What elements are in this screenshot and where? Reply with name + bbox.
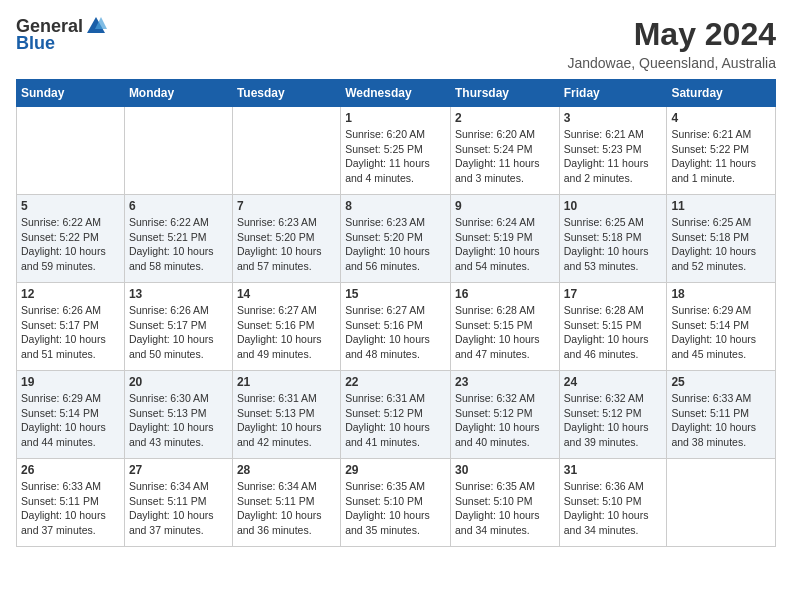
day-cell: 23Sunrise: 6:32 AM Sunset: 5:12 PM Dayli… (450, 371, 559, 459)
title-block: May 2024 Jandowae, Queensland, Australia (567, 16, 776, 71)
day-number: 26 (21, 463, 120, 477)
header-cell-thursday: Thursday (450, 80, 559, 107)
week-row-4: 19Sunrise: 6:29 AM Sunset: 5:14 PM Dayli… (17, 371, 776, 459)
day-cell: 9Sunrise: 6:24 AM Sunset: 5:19 PM Daylig… (450, 195, 559, 283)
day-cell: 31Sunrise: 6:36 AM Sunset: 5:10 PM Dayli… (559, 459, 667, 547)
day-cell: 3Sunrise: 6:21 AM Sunset: 5:23 PM Daylig… (559, 107, 667, 195)
day-cell: 26Sunrise: 6:33 AM Sunset: 5:11 PM Dayli… (17, 459, 125, 547)
day-info: Sunrise: 6:36 AM Sunset: 5:10 PM Dayligh… (564, 479, 663, 538)
day-number: 24 (564, 375, 663, 389)
day-info: Sunrise: 6:29 AM Sunset: 5:14 PM Dayligh… (671, 303, 771, 362)
logo-blue-text: Blue (16, 33, 55, 54)
page-header: General Blue May 2024 Jandowae, Queensla… (16, 16, 776, 71)
day-number: 29 (345, 463, 446, 477)
day-info: Sunrise: 6:21 AM Sunset: 5:23 PM Dayligh… (564, 127, 663, 186)
day-number: 17 (564, 287, 663, 301)
day-cell: 10Sunrise: 6:25 AM Sunset: 5:18 PM Dayli… (559, 195, 667, 283)
day-info: Sunrise: 6:29 AM Sunset: 5:14 PM Dayligh… (21, 391, 120, 450)
day-number: 28 (237, 463, 336, 477)
day-info: Sunrise: 6:25 AM Sunset: 5:18 PM Dayligh… (671, 215, 771, 274)
day-cell: 2Sunrise: 6:20 AM Sunset: 5:24 PM Daylig… (450, 107, 559, 195)
header-cell-saturday: Saturday (667, 80, 776, 107)
day-cell: 4Sunrise: 6:21 AM Sunset: 5:22 PM Daylig… (667, 107, 776, 195)
header-row: SundayMondayTuesdayWednesdayThursdayFrid… (17, 80, 776, 107)
day-number: 25 (671, 375, 771, 389)
day-number: 22 (345, 375, 446, 389)
day-number: 18 (671, 287, 771, 301)
calendar-header: SundayMondayTuesdayWednesdayThursdayFrid… (17, 80, 776, 107)
day-info: Sunrise: 6:27 AM Sunset: 5:16 PM Dayligh… (345, 303, 446, 362)
day-info: Sunrise: 6:28 AM Sunset: 5:15 PM Dayligh… (564, 303, 663, 362)
day-info: Sunrise: 6:33 AM Sunset: 5:11 PM Dayligh… (21, 479, 120, 538)
day-number: 9 (455, 199, 555, 213)
day-number: 15 (345, 287, 446, 301)
day-info: Sunrise: 6:30 AM Sunset: 5:13 PM Dayligh… (129, 391, 228, 450)
day-info: Sunrise: 6:32 AM Sunset: 5:12 PM Dayligh… (455, 391, 555, 450)
day-number: 4 (671, 111, 771, 125)
day-number: 10 (564, 199, 663, 213)
day-number: 12 (21, 287, 120, 301)
week-row-2: 5Sunrise: 6:22 AM Sunset: 5:22 PM Daylig… (17, 195, 776, 283)
day-number: 7 (237, 199, 336, 213)
day-cell: 25Sunrise: 6:33 AM Sunset: 5:11 PM Dayli… (667, 371, 776, 459)
day-info: Sunrise: 6:35 AM Sunset: 5:10 PM Dayligh… (345, 479, 446, 538)
day-cell (667, 459, 776, 547)
day-info: Sunrise: 6:26 AM Sunset: 5:17 PM Dayligh… (129, 303, 228, 362)
day-info: Sunrise: 6:26 AM Sunset: 5:17 PM Dayligh… (21, 303, 120, 362)
day-cell: 18Sunrise: 6:29 AM Sunset: 5:14 PM Dayli… (667, 283, 776, 371)
day-cell: 13Sunrise: 6:26 AM Sunset: 5:17 PM Dayli… (124, 283, 232, 371)
header-cell-tuesday: Tuesday (232, 80, 340, 107)
header-cell-monday: Monday (124, 80, 232, 107)
day-cell (124, 107, 232, 195)
day-info: Sunrise: 6:22 AM Sunset: 5:22 PM Dayligh… (21, 215, 120, 274)
day-cell (232, 107, 340, 195)
header-cell-wednesday: Wednesday (341, 80, 451, 107)
day-cell: 5Sunrise: 6:22 AM Sunset: 5:22 PM Daylig… (17, 195, 125, 283)
day-info: Sunrise: 6:22 AM Sunset: 5:21 PM Dayligh… (129, 215, 228, 274)
day-info: Sunrise: 6:27 AM Sunset: 5:16 PM Dayligh… (237, 303, 336, 362)
day-number: 20 (129, 375, 228, 389)
day-cell: 1Sunrise: 6:20 AM Sunset: 5:25 PM Daylig… (341, 107, 451, 195)
day-info: Sunrise: 6:35 AM Sunset: 5:10 PM Dayligh… (455, 479, 555, 538)
day-cell: 12Sunrise: 6:26 AM Sunset: 5:17 PM Dayli… (17, 283, 125, 371)
week-row-5: 26Sunrise: 6:33 AM Sunset: 5:11 PM Dayli… (17, 459, 776, 547)
day-cell: 16Sunrise: 6:28 AM Sunset: 5:15 PM Dayli… (450, 283, 559, 371)
header-cell-sunday: Sunday (17, 80, 125, 107)
week-row-3: 12Sunrise: 6:26 AM Sunset: 5:17 PM Dayli… (17, 283, 776, 371)
day-info: Sunrise: 6:34 AM Sunset: 5:11 PM Dayligh… (237, 479, 336, 538)
calendar-table: SundayMondayTuesdayWednesdayThursdayFrid… (16, 79, 776, 547)
day-number: 6 (129, 199, 228, 213)
day-number: 3 (564, 111, 663, 125)
day-number: 19 (21, 375, 120, 389)
day-cell: 14Sunrise: 6:27 AM Sunset: 5:16 PM Dayli… (232, 283, 340, 371)
day-number: 1 (345, 111, 446, 125)
day-cell: 8Sunrise: 6:23 AM Sunset: 5:20 PM Daylig… (341, 195, 451, 283)
location-subtitle: Jandowae, Queensland, Australia (567, 55, 776, 71)
day-info: Sunrise: 6:20 AM Sunset: 5:25 PM Dayligh… (345, 127, 446, 186)
day-number: 14 (237, 287, 336, 301)
day-number: 27 (129, 463, 228, 477)
day-number: 2 (455, 111, 555, 125)
day-number: 5 (21, 199, 120, 213)
day-cell (17, 107, 125, 195)
day-info: Sunrise: 6:23 AM Sunset: 5:20 PM Dayligh… (345, 215, 446, 274)
day-number: 13 (129, 287, 228, 301)
day-cell: 11Sunrise: 6:25 AM Sunset: 5:18 PM Dayli… (667, 195, 776, 283)
day-cell: 19Sunrise: 6:29 AM Sunset: 5:14 PM Dayli… (17, 371, 125, 459)
day-info: Sunrise: 6:25 AM Sunset: 5:18 PM Dayligh… (564, 215, 663, 274)
day-cell: 17Sunrise: 6:28 AM Sunset: 5:15 PM Dayli… (559, 283, 667, 371)
day-cell: 7Sunrise: 6:23 AM Sunset: 5:20 PM Daylig… (232, 195, 340, 283)
day-cell: 28Sunrise: 6:34 AM Sunset: 5:11 PM Dayli… (232, 459, 340, 547)
day-number: 8 (345, 199, 446, 213)
day-info: Sunrise: 6:31 AM Sunset: 5:13 PM Dayligh… (237, 391, 336, 450)
day-number: 16 (455, 287, 555, 301)
day-cell: 15Sunrise: 6:27 AM Sunset: 5:16 PM Dayli… (341, 283, 451, 371)
logo-icon (85, 15, 107, 37)
month-title: May 2024 (567, 16, 776, 53)
day-cell: 24Sunrise: 6:32 AM Sunset: 5:12 PM Dayli… (559, 371, 667, 459)
day-cell: 21Sunrise: 6:31 AM Sunset: 5:13 PM Dayli… (232, 371, 340, 459)
day-info: Sunrise: 6:24 AM Sunset: 5:19 PM Dayligh… (455, 215, 555, 274)
day-cell: 6Sunrise: 6:22 AM Sunset: 5:21 PM Daylig… (124, 195, 232, 283)
day-cell: 22Sunrise: 6:31 AM Sunset: 5:12 PM Dayli… (341, 371, 451, 459)
week-row-1: 1Sunrise: 6:20 AM Sunset: 5:25 PM Daylig… (17, 107, 776, 195)
